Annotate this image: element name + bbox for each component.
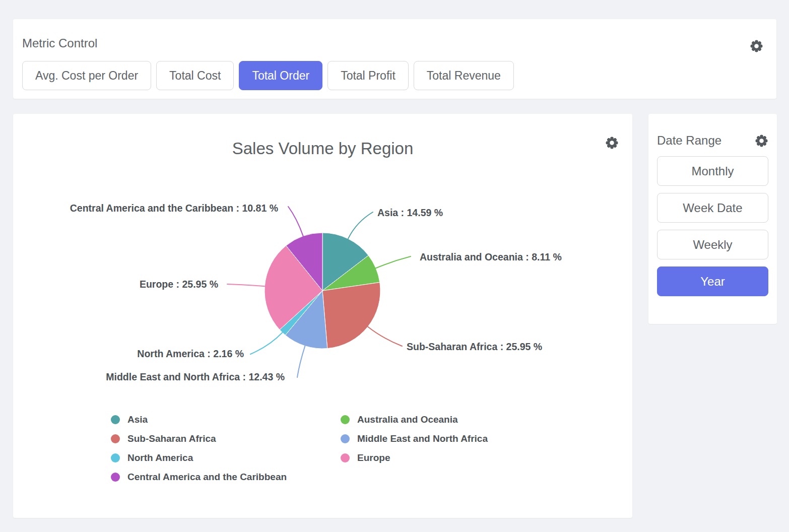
legend-dot-asia xyxy=(111,415,120,424)
label-line-central-america-and-the-caribbean xyxy=(288,207,303,236)
label-line-australia-and-oceania xyxy=(376,256,411,268)
legend-label: Middle East and North Africa xyxy=(357,433,488,444)
date-range-button-week-date[interactable]: Week Date xyxy=(657,193,768,223)
metric-control-panel: Metric Control Avg. Cost per OrderTotal … xyxy=(13,19,776,99)
slice-label-sub-saharan-africa: Sub-Saharan Africa : 25.95 % xyxy=(407,341,542,352)
label-line-north-america xyxy=(250,332,282,354)
chart-legend: AsiaAustralia and OceaniaSub-Saharan Afr… xyxy=(111,414,488,483)
metric-control-settings-button[interactable] xyxy=(749,39,763,53)
date-range-button-group: MonthlyWeek DateWeeklyYear xyxy=(657,156,768,296)
legend-label: Sub-Saharan Africa xyxy=(127,433,216,444)
legend-dot-sub-saharan-africa xyxy=(111,434,120,443)
legend-label: North America xyxy=(127,452,193,463)
legend-item-north-america[interactable]: North America xyxy=(111,452,341,464)
legend-dot-middle-east-and-north-africa xyxy=(341,434,350,443)
legend-label: Europe xyxy=(357,452,390,463)
metric-control-title: Metric Control xyxy=(22,36,767,51)
slice-label-europe: Europe : 25.95 % xyxy=(140,279,218,290)
legend-dot-central-america-and-the-caribbean xyxy=(111,473,120,482)
date-range-panel: Date Range MonthlyWeek DateWeeklyYear xyxy=(648,114,777,324)
date-range-button-year[interactable]: Year xyxy=(657,267,768,296)
legend-item-australia-and-oceania[interactable]: Australia and Oceania xyxy=(341,414,488,426)
legend-label: Australia and Oceania xyxy=(357,414,458,425)
label-line-middle-east-and-north-africa xyxy=(297,346,305,377)
legend-item-europe[interactable]: Europe xyxy=(341,452,488,464)
pie-slice-sub-saharan-africa[interactable] xyxy=(322,282,380,348)
legend-dot-australia-and-oceania xyxy=(341,415,350,424)
legend-item-asia[interactable]: Asia xyxy=(111,414,341,426)
legend-item-central-america-and-the-caribbean[interactable]: Central America and the Caribbean xyxy=(111,471,341,483)
metric-button-total-order[interactable]: Total Order xyxy=(239,61,322,90)
slice-label-central-america-and-the-caribbean: Central America and the Caribbean : 10.8… xyxy=(70,203,278,214)
label-line-sub-saharan-africa xyxy=(368,326,402,346)
slice-label-asia: Asia : 14.59 % xyxy=(377,207,443,218)
gear-icon xyxy=(755,134,768,148)
legend-item-sub-saharan-africa[interactable]: Sub-Saharan Africa xyxy=(111,433,341,445)
legend-label: Central America and the Caribbean xyxy=(127,472,287,483)
metric-button-avg-cost-per-order[interactable]: Avg. Cost per Order xyxy=(22,61,151,90)
slice-label-australia-and-oceania: Australia and Oceania : 8.11 % xyxy=(420,251,562,262)
date-range-title: Date Range xyxy=(657,133,721,148)
sales-volume-chart-panel: Sales Volume by Region Asia : 14.59 %Aus… xyxy=(13,114,632,518)
legend-item-middle-east-and-north-africa[interactable]: Middle East and North Africa xyxy=(341,433,488,445)
metric-button-total-cost[interactable]: Total Cost xyxy=(156,61,234,90)
date-range-button-weekly[interactable]: Weekly xyxy=(657,230,768,259)
metric-button-group: Avg. Cost per OrderTotal CostTotal Order… xyxy=(22,61,767,90)
legend-label: Asia xyxy=(127,414,148,425)
date-range-button-monthly[interactable]: Monthly xyxy=(657,156,768,186)
metric-button-total-revenue[interactable]: Total Revenue xyxy=(414,61,514,90)
metric-button-total-profit[interactable]: Total Profit xyxy=(327,61,409,90)
slice-label-north-america: North America : 2.16 % xyxy=(137,348,244,359)
legend-dot-europe xyxy=(341,453,350,462)
date-range-settings-button[interactable] xyxy=(754,134,768,148)
slice-label-middle-east-and-north-africa: Middle East and North Africa : 12.43 % xyxy=(106,371,285,382)
legend-dot-north-america xyxy=(111,453,120,462)
gear-icon xyxy=(750,39,763,53)
label-line-asia xyxy=(348,212,373,239)
label-line-europe xyxy=(227,284,265,286)
